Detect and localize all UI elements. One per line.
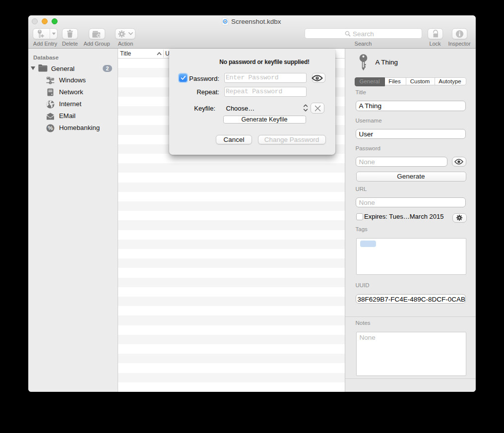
svg-text:%: % <box>48 125 53 131</box>
